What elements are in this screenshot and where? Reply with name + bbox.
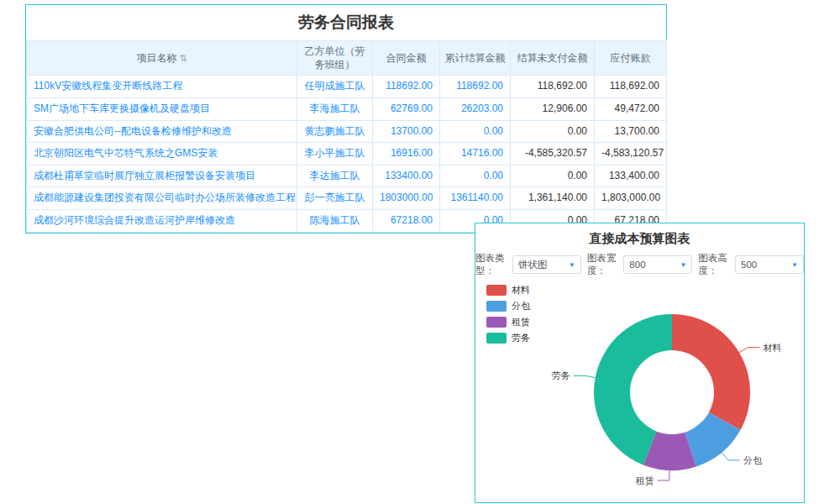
label-line-material — [739, 348, 759, 353]
col-header-contract-amount: 合同金额 — [373, 41, 440, 76]
chart-height-label: 图表高度： — [698, 252, 732, 277]
chart-width-label: 图表宽度： — [587, 252, 622, 277]
label-line-labor — [574, 375, 596, 377]
report-title: 劳务合同报表 — [26, 5, 666, 40]
unpaid-amount: 0.00 — [511, 165, 595, 187]
project-name-link[interactable]: 安徽合肥供电公司--配电设备检修维护和改造 — [27, 120, 297, 143]
project-name-link[interactable]: 成都能源建设集团投资有限公司临时办公场所装修改造工程EPC — [27, 187, 297, 210]
settled-amount: 0.00 — [440, 120, 511, 143]
settled-amount: 14716.00 — [440, 143, 511, 165]
table-row: 安徽合肥供电公司--配电设备检修维护和改造 黄志鹏施工队 13700.00 0.… — [27, 120, 667, 143]
chart-type-label: 图表类型： — [475, 252, 510, 277]
chart-width-control: 图表宽度： 800 ▼ — [587, 252, 693, 277]
chart-width-select[interactable]: 800 ▼ — [623, 255, 692, 274]
team-link[interactable]: 任明成施工队 — [297, 76, 373, 98]
payable-amount: 133,400.00 — [595, 165, 667, 187]
chart-title: 直接成本预算图表 — [475, 223, 804, 252]
col-header-team: 乙方单位（劳务班组） — [297, 41, 373, 76]
unpaid-amount: 118,692.00 — [511, 76, 595, 98]
labor-contract-report-panel: 劳务合同报表 项目名称⇅ 乙方单位（劳务班组） 合同金额 累计结算金额 结算未支… — [25, 4, 667, 234]
chevron-down-icon: ▼ — [680, 261, 686, 269]
label-line-subcontract — [722, 453, 740, 460]
chart-type-control: 图表类型： 饼状图 ▼ — [475, 252, 581, 277]
payable-amount: 118,692.00 — [595, 76, 667, 98]
unpaid-amount: 0.00 — [511, 120, 595, 143]
donut-chart: 材料分包租赁劳务 — [475, 276, 802, 501]
donut-hole — [630, 350, 714, 434]
project-name-link[interactable]: SM广场地下车库更换摄像机及硬盘项目 — [27, 97, 297, 120]
team-link[interactable]: 李小平施工队 — [297, 143, 373, 165]
contract-amount: 133400.00 — [373, 165, 440, 187]
direct-cost-chart-panel: 直接成本预算图表 图表类型： 饼状图 ▼ 图表宽度： 800 ▼ 图表高度： 5… — [475, 223, 805, 503]
table-row: 成都杜甫草堂临时展厅独立展柜报警设备安装项目 李达施工队 133400.00 0… — [27, 165, 667, 187]
label-line-rental — [658, 470, 669, 480]
project-name-link[interactable]: 北京朝阳区电气中芯特气系统之GMS安装 — [27, 143, 297, 165]
settled-amount: 26203.00 — [440, 97, 511, 120]
chevron-down-icon: ▼ — [569, 261, 575, 269]
sort-icon[interactable]: ⇅ — [179, 53, 186, 63]
payable-amount: 13,700.00 — [595, 120, 667, 143]
col-header-unpaid-amount: 结算未支付金额 — [511, 41, 595, 76]
chart-height-control: 图表高度： 500 ▼ — [698, 252, 804, 277]
table-header-row: 项目名称⇅ 乙方单位（劳务班组） 合同金额 累计结算金额 结算未支付金额 应付账… — [27, 41, 667, 76]
chart-controls: 图表类型： 饼状图 ▼ 图表宽度： 800 ▼ 图表高度： 500 ▼ — [475, 252, 804, 277]
table-row: SM广场地下车库更换摄像机及硬盘项目 李海施工队 62769.00 26203.… — [27, 97, 667, 120]
chart-width-value: 800 — [629, 260, 645, 270]
contract-amount: 16916.00 — [373, 143, 440, 165]
team-link[interactable]: 彭一亮施工队 — [297, 187, 373, 210]
payable-amount: 1,803,000.00 — [595, 187, 667, 210]
slice-label-rental: 租赁 — [636, 475, 654, 486]
settled-amount: 118692.00 — [440, 76, 511, 98]
col-header-project-name-label: 项目名称 — [136, 52, 176, 64]
chevron-down-icon: ▼ — [791, 261, 798, 269]
team-link[interactable]: 李海施工队 — [297, 97, 373, 120]
unpaid-amount: 12,906.00 — [511, 97, 595, 120]
unpaid-amount: 1,361,140.00 — [511, 187, 595, 210]
report-table: 项目名称⇅ 乙方单位（劳务班组） 合同金额 累计结算金额 结算未支付金额 应付账… — [26, 40, 667, 233]
table-row: 110kV安徽线程集变开断线路工程 任明成施工队 118692.00 11869… — [27, 76, 667, 98]
contract-amount: 13700.00 — [373, 120, 440, 143]
table-row: 成都能源建设集团投资有限公司临时办公场所装修改造工程EPC 彭一亮施工队 180… — [27, 187, 667, 210]
unpaid-amount: -4,585,320.57 — [511, 143, 595, 165]
slice-label-material: 材料 — [763, 343, 781, 353]
col-header-payable: 应付账款 — [595, 41, 667, 76]
contract-amount: 1803000.00 — [373, 187, 440, 210]
contract-amount: 118692.00 — [373, 76, 440, 98]
team-link[interactable]: 陈海施工队 — [297, 209, 373, 232]
team-link[interactable]: 黄志鹏施工队 — [297, 120, 373, 143]
contract-amount: 62769.00 — [373, 97, 440, 120]
chart-type-select[interactable]: 饼状图 ▼ — [512, 255, 581, 274]
table-row: 北京朝阳区电气中芯特气系统之GMS安装 李小平施工队 16916.00 1471… — [27, 143, 667, 165]
chart-height-value: 500 — [741, 260, 757, 270]
payable-amount: 49,472.00 — [595, 97, 667, 120]
slice-label-subcontract: 分包 — [743, 455, 763, 465]
chart-type-value: 饼状图 — [518, 259, 548, 271]
payable-amount: -4,583,120.57 — [595, 143, 667, 165]
project-name-link[interactable]: 成都沙河环境综合提升改造运河护岸维修改造 — [27, 209, 297, 232]
contract-amount: 67218.00 — [373, 209, 440, 232]
team-link[interactable]: 李达施工队 — [297, 165, 373, 187]
chart-height-select[interactable]: 500 ▼ — [735, 255, 804, 274]
project-name-link[interactable]: 110kV安徽线程集变开断线路工程 — [27, 76, 297, 98]
settled-amount: 1361140.00 — [440, 187, 511, 210]
col-header-settled-amount: 累计结算金额 — [440, 41, 511, 76]
project-name-link[interactable]: 成都杜甫草堂临时展厅独立展柜报警设备安装项目 — [27, 165, 297, 187]
slice-label-labor: 劳务 — [552, 370, 570, 381]
settled-amount: 0.00 — [440, 165, 511, 187]
col-header-project-name[interactable]: 项目名称⇅ — [27, 41, 297, 76]
